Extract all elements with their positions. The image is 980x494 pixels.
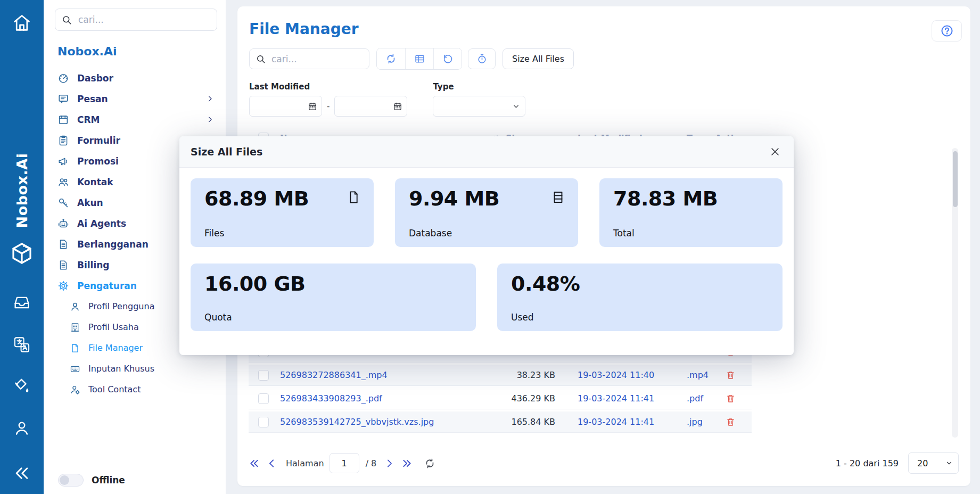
file-size: 165.84 KB [491, 417, 555, 427]
sidebar-item-label: Promosi [77, 156, 119, 167]
sidebar-item-inputan-khusus[interactable]: Inputan Khusus [55, 358, 217, 379]
reset-button[interactable] [433, 48, 462, 69]
toolbar: Size All Files [249, 48, 959, 70]
scrollbar-thumb[interactable] [953, 151, 958, 207]
building-icon [70, 322, 80, 333]
vertical-scrollbar[interactable] [952, 148, 958, 438]
row-checkbox[interactable] [258, 370, 269, 381]
file-icon [70, 343, 80, 353]
file-modified[interactable]: 19-03-2024 11:40 [555, 370, 687, 380]
cube-logo-icon[interactable] [9, 241, 35, 266]
table-view-button[interactable] [405, 48, 433, 69]
file-size: 38.23 KB [491, 370, 555, 380]
file-link[interactable]: 526983272886341_.mp4 [280, 370, 491, 380]
clipboard-icon [57, 135, 69, 146]
double-chevron-left-icon[interactable] [249, 458, 260, 469]
person-icon [70, 301, 80, 312]
page-size-select[interactable]: 20 [908, 452, 959, 474]
table-icon [414, 53, 425, 64]
stat-card-database: 9.94 MBDatabase [395, 178, 578, 247]
gear-icon [57, 280, 69, 292]
sidebar-search[interactable] [55, 9, 217, 31]
type-select[interactable] [433, 96, 525, 117]
stat-value: 0.48% [511, 273, 580, 295]
size-all-files-modal: Size All Files 68.89 MBFiles9.94 MBDatab… [179, 136, 794, 355]
table-search[interactable] [249, 48, 369, 69]
offline-toggle[interactable] [58, 474, 84, 487]
database-icon [551, 190, 565, 204]
stat-label: Used [511, 312, 770, 323]
table-row: 526983539142725_vbbvjstk.vzs.jpg165.84 K… [249, 411, 752, 433]
crm-icon [57, 114, 69, 126]
chevron-right-icon[interactable] [384, 458, 395, 469]
stat-card-quota: 16.00 GBQuota [191, 264, 476, 331]
page-total: / 8 [366, 458, 377, 468]
page-title: File Manager [249, 20, 959, 38]
type-label: Type [433, 82, 525, 92]
row-checkbox[interactable] [258, 417, 269, 427]
pagination-right: 1 - 20 dari 159 20 [836, 452, 959, 474]
date-range-separator: - [327, 102, 330, 111]
trash-icon[interactable] [726, 370, 736, 380]
date-to-box [334, 96, 407, 117]
offline-row: Offline [55, 474, 217, 487]
sidebar-item-pesan[interactable]: Pesan [55, 88, 217, 109]
help-button[interactable] [932, 20, 962, 42]
file-type[interactable]: .pdf [687, 393, 719, 404]
double-chevron-right-icon[interactable] [401, 458, 413, 469]
close-icon[interactable] [769, 146, 781, 158]
search-icon [256, 54, 266, 64]
sidebar-item-label: Billing [77, 260, 110, 270]
table-search-input[interactable] [270, 53, 363, 65]
sidebar-item-crm[interactable]: CRM [55, 109, 217, 130]
key-icon [57, 197, 69, 209]
type-filter: Type [433, 82, 525, 117]
stat-card-used: 0.48%Used [497, 264, 783, 331]
sidebar-item-dasbor[interactable]: Dasbor [55, 68, 217, 88]
file-type[interactable]: .jpg [687, 417, 719, 427]
stat-value: 9.94 MB [409, 188, 499, 210]
home-icon[interactable] [12, 13, 32, 33]
page-number-input[interactable] [330, 453, 359, 473]
sidebar-item-label: Pengaturan [77, 281, 137, 291]
sidebar-item-label: Inputan Khusus [88, 364, 154, 374]
paint-icon[interactable] [13, 377, 31, 394]
modal-body: 68.89 MBFiles9.94 MBDatabase78.83 MBTota… [179, 168, 794, 331]
file-modified[interactable]: 19-03-2024 11:41 [555, 417, 687, 427]
pagination: Halaman / 8 1 - 20 dari 159 20 [249, 452, 959, 474]
calendar-icon[interactable] [393, 102, 402, 111]
file-link[interactable]: 526983433908293_.pdf [280, 393, 491, 404]
sidebar-item-label: Ai Agents [77, 218, 126, 229]
modal-title: Size All Files [191, 146, 262, 158]
file-size: 436.29 KB [491, 393, 555, 404]
megaphone-icon [57, 155, 69, 167]
question-icon [940, 24, 954, 38]
stat-value: 16.00 GB [204, 273, 306, 295]
file-link[interactable]: 526983539142725_vbbvjstk.vzs.jpg [280, 417, 491, 427]
collapse-icon[interactable] [13, 464, 31, 482]
trash-icon[interactable] [726, 417, 736, 427]
timer-button[interactable] [468, 48, 496, 69]
calendar-icon[interactable] [308, 102, 317, 111]
document-icon [57, 238, 69, 250]
person-icon[interactable] [13, 419, 31, 437]
file-modified[interactable]: 19-03-2024 11:41 [555, 393, 687, 404]
stat-label: Database [409, 228, 565, 238]
size-all-files-button[interactable]: Size All Files [503, 48, 574, 69]
sidebar-item-label: Dasbor [77, 73, 113, 84]
sidebar-search-input[interactable] [77, 14, 210, 26]
inbox-icon[interactable] [13, 294, 31, 311]
row-checkbox[interactable] [258, 393, 269, 404]
stat-card-files: 68.89 MBFiles [191, 178, 374, 247]
sync-button[interactable] [377, 48, 405, 69]
translate-icon[interactable] [13, 335, 31, 354]
stopwatch-icon [476, 53, 488, 64]
refresh-icon[interactable] [424, 458, 435, 469]
sidebar-item-tool-contact[interactable]: Tool Contact [55, 379, 217, 400]
trash-icon[interactable] [726, 393, 736, 404]
sidebar-item-label: Profil Usaha [88, 322, 139, 332]
people-icon [57, 176, 69, 188]
stat-value: 78.83 MB [613, 188, 718, 210]
chevron-left-icon[interactable] [266, 458, 277, 469]
file-type[interactable]: .mp4 [687, 370, 719, 380]
